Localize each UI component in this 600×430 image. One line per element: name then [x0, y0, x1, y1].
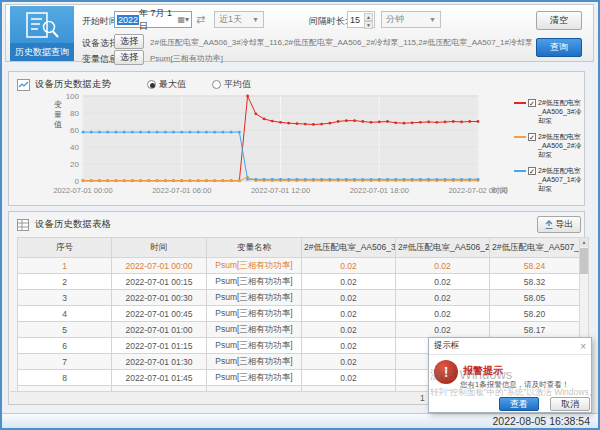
date-year-selected[interactable]: 2022: [117, 15, 139, 25]
variable-select-button[interactable]: 选择: [114, 50, 144, 65]
table-cell[interactable]: 2022-07-01 00:45: [112, 306, 207, 322]
column-header[interactable]: 变量名称: [207, 238, 302, 258]
table-cell[interactable]: Psum[三相有功功率]: [207, 274, 302, 290]
table-cell[interactable]: 8: [18, 370, 112, 386]
table-cell[interactable]: 4: [18, 306, 112, 322]
module-title-box: 历史数据查询: [10, 6, 74, 61]
table-cell[interactable]: 5: [18, 322, 112, 338]
status-timestamp: 2022-08-05 16:38:54: [493, 415, 591, 427]
range-select-value: 近1天: [219, 13, 242, 26]
table-cell[interactable]: 6: [18, 338, 112, 354]
trend-line-chart[interactable]: 0204060801002022-07-01 00:002022-07-01 0…: [39, 90, 541, 204]
swap-arrows-icon[interactable]: ⇄: [196, 13, 205, 26]
table-cell[interactable]: 0.02: [302, 354, 396, 370]
interval-unit-select[interactable]: 分钟 ▼: [381, 11, 441, 28]
table-cell[interactable]: 0.02: [302, 338, 396, 354]
table-cell[interactable]: 2022-07-01 01:30: [112, 354, 207, 370]
table-cell[interactable]: Psum[三相有功功率]: [207, 258, 302, 274]
table-cell[interactable]: 0.02: [396, 290, 490, 306]
svg-text:80: 80: [70, 109, 79, 118]
table-row[interactable]: 42022-07-01 00:45Psum[三相有功功率]0.020.0258.…: [18, 306, 580, 322]
table-cell[interactable]: Psum[三相有功功率]: [207, 338, 302, 354]
table-cell[interactable]: 2022-07-01 01:45: [112, 370, 207, 386]
range-select[interactable]: 近1天 ▼: [214, 11, 264, 28]
trend-icon: [17, 77, 30, 95]
table-cell[interactable]: 58.20: [490, 306, 580, 322]
table-cell[interactable]: Psum[三相有功功率]: [207, 306, 302, 322]
table-cell[interactable]: 2022-07-01 00:30: [112, 290, 207, 306]
column-header[interactable]: 时间: [112, 238, 207, 258]
legend-line-swatch: [514, 136, 526, 138]
legend-label: 2#低压配电室_AA506_2#冷却泵: [538, 132, 584, 159]
table-cell[interactable]: 0.02: [396, 258, 490, 274]
table-cell[interactable]: 0.02: [302, 306, 396, 322]
table-cell[interactable]: 0.02: [302, 258, 396, 274]
history-query-icon: [10, 6, 74, 43]
table-row[interactable]: 22022-07-01 00:15Psum[三相有功功率]0.020.0258.…: [18, 274, 580, 290]
interval-input[interactable]: 15 ▲▼: [347, 11, 375, 28]
svg-text:20: 20: [70, 160, 79, 169]
table-cell[interactable]: 2022-07-01 01:00: [112, 322, 207, 338]
table-cell[interactable]: 2: [18, 274, 112, 290]
column-header[interactable]: 2#低压配电室_AA506_3#冷却泵...: [302, 238, 396, 258]
table-cell[interactable]: 0.02: [302, 290, 396, 306]
chart-legend: ✓2#低压配电室_AA506_3#冷却泵✓2#低压配电室_AA506_2#冷却泵…: [514, 98, 584, 200]
start-date-input[interactable]: 2022 年 7月 1日 ▦▾: [114, 11, 192, 28]
table-cell[interactable]: 1: [18, 258, 112, 274]
table-row[interactable]: 32022-07-01 00:30Psum[三相有功功率]0.020.0258.…: [18, 290, 580, 306]
calendar-icon[interactable]: ▦▾: [177, 15, 189, 24]
table-cell[interactable]: Psum[三相有功功率]: [207, 290, 302, 306]
legend-checkbox[interactable]: ✓: [528, 167, 536, 175]
table-row[interactable]: 52022-07-01 01:00Psum[三相有功功率]0.020.0258.…: [18, 322, 580, 338]
table-cell[interactable]: 7: [18, 354, 112, 370]
clear-button[interactable]: 清空: [536, 11, 582, 30]
table-cell[interactable]: 58.32: [490, 274, 580, 290]
radio-unselected-icon[interactable]: [212, 80, 221, 89]
table-cell[interactable]: 0.02: [302, 370, 396, 386]
table-cell[interactable]: Psum[三相有功功率]: [207, 354, 302, 370]
legend-checkbox[interactable]: ✓: [528, 133, 536, 141]
scroll-up-icon[interactable]: ▲: [580, 238, 588, 247]
dialog-view-button[interactable]: 查看: [499, 397, 539, 411]
table-cell[interactable]: 3: [18, 290, 112, 306]
radio-selected-icon[interactable]: [147, 80, 156, 89]
svg-text:100: 100: [66, 92, 80, 101]
interval-value[interactable]: 15: [350, 15, 360, 25]
export-button[interactable]: 导出: [537, 216, 581, 233]
table-cell[interactable]: 0.02: [396, 322, 490, 338]
table-cell[interactable]: 2022-07-01 00:00: [112, 258, 207, 274]
scrollbar-thumb[interactable]: [580, 248, 588, 274]
legend-checkbox[interactable]: ✓: [528, 99, 536, 107]
table-cell[interactable]: 2022-07-01 00:15: [112, 274, 207, 290]
spinner-up-icon[interactable]: ▲: [364, 13, 373, 21]
table-cell[interactable]: 2022-07-01 01:15: [112, 338, 207, 354]
query-button[interactable]: 查询: [536, 38, 582, 57]
table-cell[interactable]: 0.02: [396, 274, 490, 290]
legend-entry: ✓2#低压配电室_AA507_1#冷却泵: [514, 166, 584, 193]
pagination-current-page[interactable]: 1: [420, 393, 425, 403]
interval-stepper[interactable]: ▲▼: [364, 13, 373, 26]
table-cell[interactable]: 0.02: [302, 274, 396, 290]
table-cell[interactable]: 0.02: [396, 306, 490, 322]
table-cell[interactable]: 58.24: [490, 258, 580, 274]
table-cell[interactable]: 58.17: [490, 322, 580, 338]
table-cell[interactable]: Psum[三相有功功率]: [207, 370, 302, 386]
dialog-cancel-button[interactable]: 取消: [550, 397, 590, 411]
svg-text:2022-07-01 18:00: 2022-07-01 18:00: [350, 186, 409, 195]
table-cell[interactable]: 0.02: [302, 322, 396, 338]
table-cell[interactable]: Psum[三相有功功率]: [207, 322, 302, 338]
close-icon[interactable]: ×: [580, 341, 586, 352]
table-row[interactable]: 12022-07-01 00:00Psum[三相有功功率]0.020.0258.…: [18, 258, 580, 274]
spinner-down-icon[interactable]: ▼: [364, 21, 373, 29]
legend-line-swatch: [514, 170, 526, 172]
device-select-button[interactable]: 选择: [114, 34, 144, 49]
column-header[interactable]: 2#低压配电室_AA507_1#冷却泵...: [490, 238, 580, 258]
alert-exclamation-icon: !: [434, 360, 458, 384]
table-icon: [17, 217, 29, 235]
column-header[interactable]: 2#低压配电室_AA506_2#冷却泵...: [396, 238, 490, 258]
table-cell[interactable]: 58.05: [490, 290, 580, 306]
column-header[interactable]: 序号: [18, 238, 112, 258]
date-rest[interactable]: 年 7月 1日: [139, 7, 177, 33]
alert-title: 报警提示: [463, 364, 503, 378]
dialog-titlebar[interactable]: 提示框 ×: [429, 338, 591, 355]
